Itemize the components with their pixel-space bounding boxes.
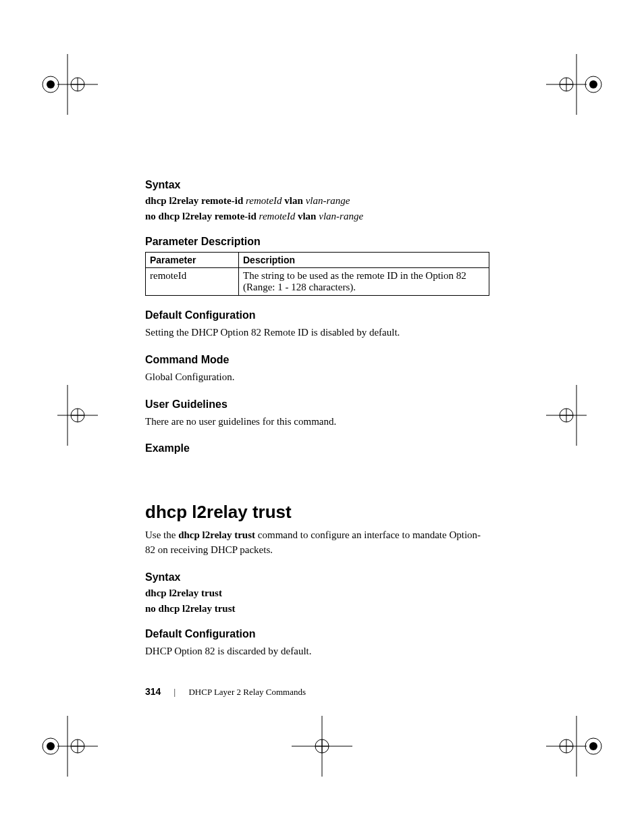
syntax2-line-2: no dhcp l2relay trust [145, 603, 489, 615]
heading-command-mode: Command Mode [145, 354, 489, 366]
intro-pre: Use the [145, 529, 178, 540]
svg-point-1 [47, 80, 55, 88]
heading-example: Example [145, 442, 489, 454]
page-content: Syntax dhcp l2relay remote-id remoteId v… [145, 179, 489, 662]
page-footer: 314 | DHCP Layer 2 Relay Commands [145, 686, 306, 698]
heading-user-guidelines: User Guidelines [145, 398, 489, 411]
footer-chapter: DHCP Layer 2 Relay Commands [188, 687, 306, 697]
table-row: remoteId The string to be used as the re… [146, 268, 489, 296]
syntax2-bold1: no dhcp l2relay remote-id [145, 211, 259, 221]
syntax1-italic1: remoteId [246, 195, 282, 206]
heading-syntax-2: Syntax [145, 571, 489, 583]
text-user-guidelines: There are no user guidelines for this co… [145, 415, 489, 429]
syntax-line-1: dhcp l2relay remote-id remoteId vlan vla… [145, 195, 489, 207]
table-cell-parameter: remoteId [146, 268, 239, 296]
syntax2-italic2: vlan-range [319, 211, 363, 221]
svg-point-32 [589, 742, 597, 750]
syntax2-line2-text: no dhcp l2relay trust [145, 603, 235, 614]
syntax2-line-1: dhcp l2relay trust [145, 588, 489, 599]
page-number: 314 [145, 686, 161, 697]
heading-parameter-description: Parameter Description [145, 236, 489, 248]
crop-mark-icon [37, 716, 98, 777]
crop-mark-icon [37, 385, 98, 446]
footer-separator: | [174, 687, 176, 698]
table-header-parameter: Parameter [146, 253, 239, 268]
text-default-configuration-1: Setting the DHCP Option 82 Remote ID is … [145, 325, 489, 340]
svg-point-25 [47, 742, 55, 750]
crop-mark-icon [37, 54, 98, 115]
crop-mark-icon [292, 716, 352, 777]
syntax-line-2: no dhcp l2relay remote-id remoteId vlan … [145, 211, 489, 222]
table-header-row: Parameter Description [146, 253, 489, 268]
heading-syntax-1: Syntax [145, 179, 489, 191]
syntax2-line1-text: dhcp l2relay trust [145, 588, 222, 598]
crop-mark-icon [546, 385, 607, 446]
svg-point-8 [589, 80, 597, 88]
text-command-mode: Global Configuration. [145, 370, 489, 385]
syntax1-italic2: vlan-range [306, 195, 350, 206]
syntax1-bold1: dhcp l2relay remote-id [145, 195, 246, 206]
heading-default-configuration-1: Default Configuration [145, 309, 489, 321]
syntax1-bold2: vlan [282, 195, 306, 206]
table-cell-description: The string to be used as the remote ID i… [239, 268, 489, 296]
crop-mark-icon [546, 716, 607, 777]
command-intro: Use the dhcp l2relay trust command to co… [145, 528, 489, 558]
crop-mark-icon [546, 54, 607, 115]
table-header-description: Description [239, 253, 489, 268]
intro-bold: dhcp l2relay trust [178, 529, 255, 540]
parameter-table: Parameter Description remoteId The strin… [145, 252, 489, 296]
syntax2-italic1: remoteId [259, 211, 296, 221]
heading-default-configuration-2: Default Configuration [145, 628, 489, 640]
command-title: dhcp l2relay trust [145, 502, 489, 523]
text-default-configuration-2: DHCP Option 82 is discarded by default. [145, 644, 489, 659]
syntax2-bold2: vlan [295, 211, 319, 221]
